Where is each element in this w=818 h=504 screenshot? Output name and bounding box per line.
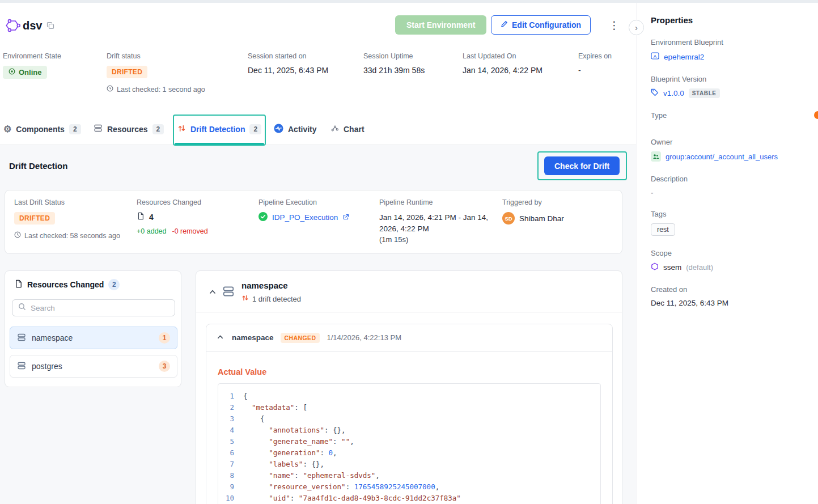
properties-heading: Properties [651,15,804,25]
expires-field: Expires on - [578,52,612,75]
drift-summary-card: Last Drift Status DRIFTED Last checked: … [5,190,622,254]
resources-changed-label: Resources Changed [137,198,208,206]
created-on-label: Created on [651,285,804,294]
session-uptime-value: 33d 21h 39m 58s [363,66,425,75]
search-box [12,299,175,316]
properties-panel: Properties Environment Blueprint A epehe… [637,3,818,504]
status-bar: Environment State Online Drift status DR… [0,52,636,109]
copy-icon[interactable] [46,22,54,31]
scope-default-suffix: (default) [686,263,713,272]
edit-configuration-button[interactable]: Edit Configuration [491,15,591,35]
entry-timestamp: 1/14/2026, 4:22:13 PM [327,333,401,342]
section-heading: Drift Detection [9,161,67,171]
code-line: 8 "name": "ephemeral-sdvds", [218,470,600,481]
actual-value-heading: Actual Value [218,367,266,376]
session-started-field: Session started on Dec 11, 2025, 6:43 PM [248,52,328,75]
app-logo-icon [5,18,20,36]
pipeline-execution-link[interactable]: IDP_PO_Execution [272,213,338,222]
pipeline-runtime-field: Pipeline Runtime Jan 14, 2026, 4:21 PM -… [379,198,490,244]
edit-configuration-label: Edit Configuration [512,20,581,29]
layers-icon [17,333,26,344]
code-line: 6 "generation": 0, [218,447,600,459]
stable-badge: STABLE [689,88,720,98]
description-value: - [651,188,804,197]
page: dsv Start Environment Edit Configuration… [0,0,818,504]
code-line: 10 "uid": "7aa4fd1c-dad8-49b3-8cdc-91dd2… [218,493,600,504]
owner-label: Owner [651,138,804,146]
drift-entry-card: namespace CHANGED 1/14/2026, 4:22:13 PM … [206,324,613,504]
code-block[interactable]: 1{2 "metadata": [3 {4 "annotations": {},… [218,383,601,504]
triggered-by-label: Triggered by [502,198,564,206]
clock-icon [107,85,113,94]
tab-count-badge: 2 [152,124,164,134]
tab-chart[interactable]: Chart [330,113,365,145]
notification-dot[interactable] [814,111,818,119]
drift-status-field: Drift status DRIFTED Last checked: 1 sec… [107,52,205,94]
owner-link[interactable]: group:account/_account_all_users [666,153,778,161]
drift-detail-card: namespace 1 drift detected namespace CHA… [196,270,622,504]
code-line: 1{ [218,391,600,402]
resource-item-postgres[interactable]: postgres 3 [10,355,177,378]
top-strip [0,0,818,3]
detail-header: namespace 1 drift detected [196,271,622,312]
version-link[interactable]: v1.0.0 [663,89,684,98]
collapse-chevron-icon[interactable] [207,287,218,299]
chart-icon [330,124,339,134]
start-environment-button[interactable]: Start Environment [395,15,486,35]
drift-detected-summary: 1 drift detected [241,294,301,303]
check-circle-icon [258,212,268,223]
tag-icon [651,88,659,98]
online-status-icon [9,68,15,77]
drift-arrows-icon [177,124,186,134]
file-icon [137,212,145,222]
code-rows: 1{2 "metadata": [3 {4 "annotations": {},… [218,391,600,504]
code-line: 9 "resource_version": 176545892524500700… [218,481,600,493]
drift-detection-section: Drift Detection Check for Drift Last Dri… [0,145,636,504]
tab-resources[interactable]: Resources 2 [94,113,164,145]
tab-drift-detection[interactable]: Drift Detection 2 [177,113,261,145]
session-uptime-field: Session Uptime 33d 21h 39m 58s [363,52,425,75]
expires-value: - [578,66,612,75]
page-title: dsv [23,19,42,32]
layers-icon [17,361,26,372]
collapse-chevron-icon[interactable] [215,332,225,344]
tab-label: Drift Detection [190,125,245,134]
resources-changed-count: 4 [149,213,154,222]
online-badge-label: Online [19,68,41,77]
drift-entry-header[interactable]: namespace CHANGED 1/14/2026, 4:22:13 PM [206,324,612,351]
env-state-field: Environment State Online [3,52,61,79]
tab-components[interactable]: ⚙ Components 2 [3,113,81,145]
pipeline-runtime-label: Pipeline Runtime [379,198,490,206]
pipeline-runtime-duration: (1m 15s) [379,235,490,244]
drift-detected-text: 1 drift detected [252,295,301,303]
session-started-value: Dec 11, 2025, 6:43 PM [248,66,328,75]
resource-item-namespace[interactable]: namespace 1 [10,327,177,349]
external-link-icon [342,213,349,222]
pencil-icon [501,20,508,29]
code-line: 5 "generate_name": "", [218,436,600,447]
check-for-drift-button[interactable]: Check for Drift [544,156,620,175]
blueprint-link[interactable]: epehemral2 [664,53,704,61]
clock-icon [14,231,21,240]
summary-last-checked: Last checked: 58 seconds ago [14,231,120,240]
delta-row: +0 added-0 removed [137,227,208,235]
code-line: 3 { [218,413,600,425]
description-label: Description [651,175,804,183]
summary-last-checked-text: Last checked: 58 seconds ago [24,232,120,240]
code-line: 7 "labels": {}, [218,459,600,470]
panel-collapse-chevron[interactable]: › [629,20,644,35]
layers-icon [222,285,235,300]
tab-label: Activity [288,125,317,134]
kebab-menu-icon[interactable]: ⋮ [604,16,624,34]
detail-resource-title: namespace [241,281,288,290]
tag-chip: rest [651,223,675,236]
search-input[interactable] [31,304,169,312]
tab-bar: ⚙ Components 2 Resources 2 Drift Detecti… [0,113,636,145]
active-tab-underline [175,143,264,145]
tab-activity[interactable]: Activity [274,113,317,145]
scope-value: ssem [663,263,681,272]
last-updated-value: Jan 14, 2026, 4:22 PM [463,66,542,75]
blueprint-label: Environment Blueprint [651,38,804,46]
search-icon [18,303,26,313]
resources-panel-title: Resources Changed [27,280,104,289]
